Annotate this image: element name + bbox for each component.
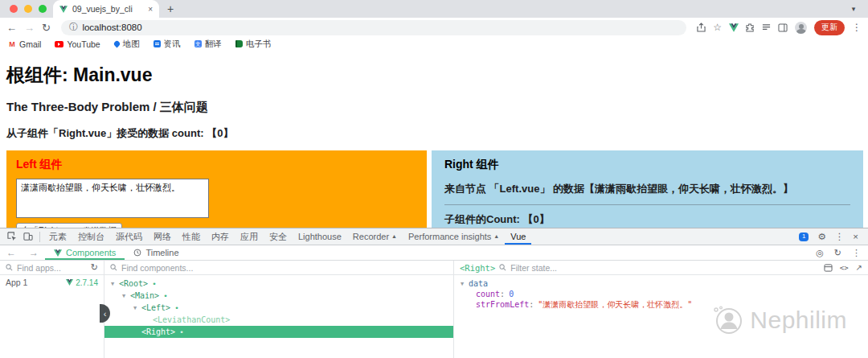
news-icon (154, 40, 161, 47)
zoom-window-button[interactable] (39, 5, 47, 13)
tab-close-icon[interactable]: × (148, 5, 153, 14)
bookmark-youtube[interactable]: YouTube (55, 39, 100, 49)
vue-devtools-extension-icon[interactable] (729, 23, 739, 32)
tree-node-right-selected[interactable]: ▼ <Right> • (104, 326, 453, 338)
components-search-header (104, 261, 453, 275)
vue-back-icon[interactable]: ← (0, 247, 23, 258)
browser-window: 09_vuejs_by_cli × + ▾ ← → ↻ ⓘ localhost:… (0, 0, 868, 358)
find-components-input[interactable] (121, 263, 448, 273)
vue-tab-timeline[interactable]: Timeline (125, 245, 187, 260)
chrome-update-button[interactable]: 更新 (814, 20, 845, 35)
profile-avatar[interactable] (795, 22, 807, 34)
devtools-tab-recorder[interactable]: Recorder▲ (347, 228, 403, 245)
devtools-tab-sources[interactable]: 源代码 (110, 228, 148, 245)
active-dot-icon: • (179, 328, 183, 336)
devtools-settings-gear-icon[interactable]: ⚙ (817, 231, 825, 242)
raw-code-icon[interactable]: <> (840, 264, 849, 272)
address-bar[interactable]: ⓘ localhost:8080 (61, 20, 686, 35)
app-name: App 1 (6, 278, 27, 287)
issues-count-badge[interactable]: 1 (799, 232, 809, 241)
vue-refresh-icon[interactable]: ↻ (834, 248, 841, 258)
state-section-data[interactable]: ▼ data (461, 278, 868, 289)
state-field-strfromleft[interactable]: strFromLeft "潇潇雨歇抬望眼，仰天长啸，壮怀激烈。" (461, 299, 868, 310)
expand-arrow-icon[interactable]: ▼ (461, 281, 469, 287)
refresh-apps-icon[interactable]: ↻ (91, 262, 98, 273)
vue-menu-kebab-icon[interactable]: ⋮ (852, 248, 861, 258)
tree-node-left[interactable]: ▼ <Left> • (104, 302, 453, 314)
reload-icon[interactable]: ↻ (42, 22, 51, 34)
open-in-editor-icon[interactable]: ↗ (856, 263, 862, 272)
clock-icon (133, 249, 141, 257)
expand-arrow-icon[interactable]: ▼ (133, 305, 141, 311)
devtools-tab-network[interactable]: 网络 (148, 228, 177, 245)
vue-forward-icon[interactable]: → (23, 247, 45, 258)
share-icon[interactable] (697, 23, 706, 32)
inspect-element-icon[interactable] (4, 232, 20, 241)
close-window-button[interactable] (10, 5, 18, 13)
devtools-tab-performance-insights[interactable]: Performance insights▲ (403, 228, 505, 245)
vue-logo-icon (54, 249, 62, 257)
tab-search-icon[interactable]: ▾ (847, 3, 860, 14)
minimize-window-button[interactable] (24, 5, 32, 13)
bookmark-news[interactable]: 资讯 (154, 39, 181, 50)
site-info-icon[interactable]: ⓘ (69, 22, 78, 33)
left-message-textarea[interactable]: 潇潇雨歇抬望眼，仰天长啸，壮怀激烈。 (16, 179, 209, 218)
state-header: <Right> <> ↗ (454, 261, 868, 275)
translate-icon: 文 (194, 40, 202, 47)
devtools-tab-application[interactable]: 应用 (235, 228, 264, 245)
map-pin-icon (113, 40, 121, 48)
youtube-icon (55, 41, 63, 47)
devtools-tab-performance[interactable]: 性能 (177, 228, 206, 245)
devtools-close-icon[interactable]: × (853, 232, 858, 241)
right-component-title: Right 组件 (444, 158, 850, 172)
new-tab-button[interactable]: + (167, 3, 174, 14)
find-apps-input[interactable] (17, 263, 87, 273)
expand-arrow-icon[interactable]: ▼ (111, 281, 119, 287)
browser-menu-kebab-icon[interactable]: ⋮ (852, 22, 862, 33)
select-component-target-icon[interactable]: ◎ (816, 248, 824, 258)
page-subtitle: The Three-Body Problem / 三体问题 (6, 100, 863, 115)
divider (39, 232, 40, 242)
bookmark-star-icon[interactable]: ☆ (713, 22, 722, 33)
devtools-tab-elements[interactable]: 元素 (43, 228, 72, 245)
devtools-tab-memory[interactable]: 内存 (206, 228, 235, 245)
page-content: 根组件: Main.vue The Three-Body Problem / 三… (0, 51, 868, 228)
back-icon[interactable]: ← (6, 22, 17, 34)
active-dot-icon: • (152, 280, 156, 288)
state-field-count[interactable]: count 0 (461, 289, 868, 299)
bookmark-maps[interactable]: 地图 (114, 39, 140, 50)
tree-node-leviathancount[interactable]: ▼ <LeviathanCount> (104, 314, 453, 326)
apps-column: ↻ App 1 2.7.14 (0, 261, 104, 358)
devtools-tab-vue[interactable]: Vue (505, 228, 531, 245)
browser-tab[interactable]: 09_vuejs_by_cli × (53, 0, 159, 18)
gmail-icon: M (8, 40, 16, 48)
reading-list-icon[interactable] (762, 23, 771, 32)
bookmark-gmail[interactable]: MGmail (8, 39, 41, 49)
received-count-line: 从子组件「Right.vue」接受的数据 count: 【0】 (6, 126, 863, 141)
book-icon (235, 40, 243, 47)
devtools-tab-security[interactable]: 安全 (264, 228, 293, 245)
devtools-tab-console[interactable]: 控制台 (72, 228, 110, 245)
forward-icon[interactable]: → (24, 22, 35, 34)
extensions-puzzle-icon[interactable] (746, 23, 755, 32)
divider (444, 204, 850, 205)
bookmark-ebooks[interactable]: 电子书 (235, 39, 272, 50)
tree-node-root[interactable]: ▼ <Root> • (104, 278, 453, 290)
data-from-left-line: 来自节点 「Left.vue」 的数据【潇潇雨歇抬望眼，仰天长啸，壮怀激烈。】 (444, 182, 850, 196)
vue-tab-components[interactable]: Components (45, 245, 125, 260)
device-toolbar-icon[interactable] (20, 232, 36, 241)
expand-arrow-icon[interactable]: ▼ (122, 293, 130, 299)
filter-state-input[interactable] (510, 263, 820, 273)
inspect-dom-icon[interactable] (824, 264, 833, 272)
devtools-tab-lighthouse[interactable]: Lighthouse (293, 228, 347, 245)
left-component-panel: Left 组件 潇潇雨歇抬望眼，仰天长啸，壮怀激烈。 向「Right.vue」发… (6, 150, 427, 239)
preview-badge-icon: ▲ (493, 228, 499, 245)
tree-node-main[interactable]: ▼ <Main> • (104, 290, 453, 302)
devtools-menu-kebab-icon[interactable]: ⋮ (835, 231, 845, 242)
side-panel-icon[interactable] (778, 23, 788, 32)
vue-favicon-icon (59, 6, 68, 13)
component-tree: ▼ <Root> • ▼ <Main> • ▼ <Left> • (104, 275, 453, 338)
app-list-item[interactable]: App 1 2.7.14 (0, 275, 104, 290)
bookmark-translate[interactable]: 文翻译 (194, 39, 222, 50)
left-component-title: Left 组件 (16, 158, 417, 172)
